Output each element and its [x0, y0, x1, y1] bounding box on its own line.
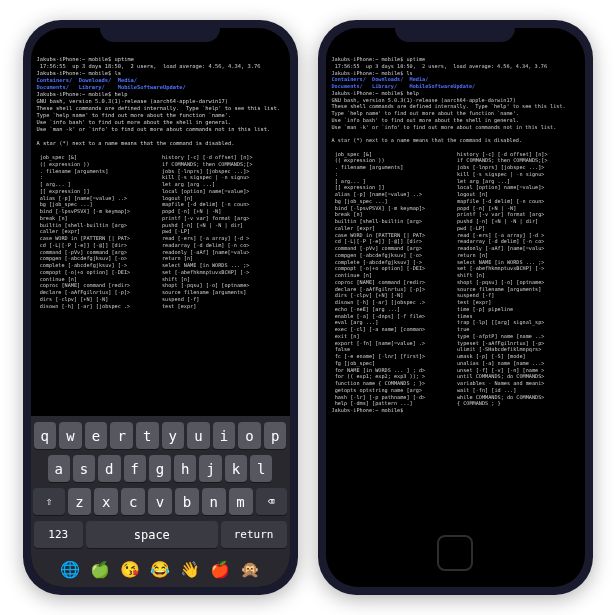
emoji-wave[interactable]: 👋: [180, 560, 200, 579]
ls-output: Containers/ Downloads/ Media/ Documents/…: [332, 76, 579, 90]
terminal-output[interactable]: Jakubs-iPhone:~ mobile$ uptime 17:56:55 …: [31, 28, 290, 416]
prompt: Jakubs-iPhone:~ mobile$: [332, 70, 404, 76]
key-w[interactable]: w: [59, 422, 82, 449]
prompt: Jakubs-iPhone:~ mobile$: [332, 56, 404, 62]
prompt: Jakubs-iPhone:~ mobile$: [37, 91, 112, 97]
key-space[interactable]: space: [86, 521, 218, 548]
screen: Jakubs-iPhone:~ mobile$ uptime 17:56:55 …: [31, 28, 290, 587]
key-i[interactable]: i: [213, 422, 236, 449]
key-f[interactable]: f: [124, 455, 146, 482]
cmd-ls: ls: [114, 70, 121, 76]
emoji-monkey[interactable]: 🙊: [240, 560, 260, 579]
key-p[interactable]: p: [264, 422, 287, 449]
key-row-3: ⇧ z x c v b n m ⌫: [34, 488, 287, 515]
key-b[interactable]: b: [175, 488, 199, 515]
key-v[interactable]: v: [148, 488, 172, 515]
key-z[interactable]: z: [68, 488, 92, 515]
key-123[interactable]: 123: [34, 521, 83, 548]
help-columns: job_spec [&] (( expression )) . filename…: [332, 151, 579, 306]
emoji-joy[interactable]: 😂: [150, 560, 170, 579]
emoji-red-apple[interactable]: 🍎: [210, 560, 230, 579]
key-m[interactable]: m: [229, 488, 253, 515]
key-y[interactable]: y: [162, 422, 185, 449]
terminal-output[interactable]: Jakubs-iPhone:~ mobile$ uptime 17:56:55 …: [326, 28, 585, 587]
key-n[interactable]: n: [202, 488, 226, 515]
help-col-right-2: time [-p] pipeline times trap [-lp] [[ar…: [457, 306, 579, 414]
key-backspace[interactable]: ⌫: [256, 488, 287, 515]
key-c[interactable]: c: [121, 488, 145, 515]
help-header: GNU bash, version 5.0.3(1)-release (aarc…: [332, 97, 579, 144]
key-u[interactable]: u: [187, 422, 210, 449]
help-col-right: history [-c] [-d offset] [n]> if COMMAND…: [162, 154, 284, 309]
key-s[interactable]: s: [73, 455, 95, 482]
key-row-1: q w e r t y u i o p: [34, 422, 287, 449]
key-e[interactable]: e: [85, 422, 108, 449]
help-col-left-2: echo [-neE] [arg ...] enable [-a] [-dnps…: [332, 306, 454, 414]
cmd-help: help: [406, 90, 419, 96]
key-k[interactable]: k: [225, 455, 247, 482]
emoji-kiss[interactable]: 😘: [120, 560, 140, 579]
cmd-uptime: uptime: [406, 56, 425, 62]
help-col-left: job_spec [&] (( expression )) . filename…: [332, 151, 454, 306]
uptime-output: 17:56:55 up 3 days 18:50, 2 users, load …: [332, 63, 579, 70]
key-t[interactable]: t: [136, 422, 159, 449]
key-h[interactable]: h: [174, 455, 196, 482]
key-r[interactable]: r: [110, 422, 133, 449]
screen: Jakubs-iPhone:~ mobile$ uptime 17:56:55 …: [326, 28, 585, 587]
help-columns: job_spec [&] (( expression )) . filename…: [37, 154, 284, 309]
key-x[interactable]: x: [94, 488, 118, 515]
uptime-output: 17:56:55 up 3 days 18:50, 2 users, load …: [37, 63, 284, 70]
help-col-left: job_spec [&] (( expression )) . filename…: [37, 154, 159, 309]
notch: [395, 20, 515, 42]
emoji-globe-icon[interactable]: 🌐: [60, 560, 80, 579]
emoji-green-apple[interactable]: 🍏: [90, 560, 110, 579]
key-row-4: 123 space return: [34, 521, 287, 548]
key-shift[interactable]: ⇧: [33, 488, 64, 515]
emoji-bar: 🌐 🍏 😘 😂 👋 🍎 🙊: [34, 554, 287, 583]
key-row-2: a s d f g h j k l: [34, 455, 287, 482]
notch: [100, 20, 220, 42]
home-button[interactable]: [437, 535, 473, 571]
keyboard: q w e r t y u i o p a s d f g h j k: [31, 416, 290, 587]
cmd-ls: ls: [406, 70, 412, 76]
ls-output: Containers/ Downloads/ Media/ Documents/…: [37, 77, 284, 91]
key-g[interactable]: g: [149, 455, 171, 482]
key-d[interactable]: d: [98, 455, 120, 482]
prompt: Jakubs-iPhone:~ mobile$: [37, 70, 112, 76]
key-return[interactable]: return: [221, 521, 287, 548]
phone-left: Jakubs-iPhone:~ mobile$ uptime 17:56:55 …: [23, 20, 298, 595]
cmd-uptime: uptime: [114, 56, 133, 62]
help-columns-2: echo [-neE] [arg ...] enable [-a] [-dnps…: [332, 306, 579, 414]
prompt: Jakubs-iPhone:~ mobile$: [37, 56, 112, 62]
key-j[interactable]: j: [199, 455, 221, 482]
key-q[interactable]: q: [34, 422, 57, 449]
key-a[interactable]: a: [48, 455, 70, 482]
key-o[interactable]: o: [238, 422, 261, 449]
phone-right: Jakubs-iPhone:~ mobile$ uptime 17:56:55 …: [318, 20, 593, 595]
help-header: GNU bash, version 5.0.3(1)-release (aarc…: [37, 98, 284, 147]
cmd-help: help: [114, 91, 127, 97]
key-l[interactable]: l: [250, 455, 272, 482]
help-col-right: history [-c] [-d offset] [n]> if COMMAND…: [457, 151, 579, 306]
prompt: Jakubs-iPhone:~ mobile$: [332, 90, 404, 96]
